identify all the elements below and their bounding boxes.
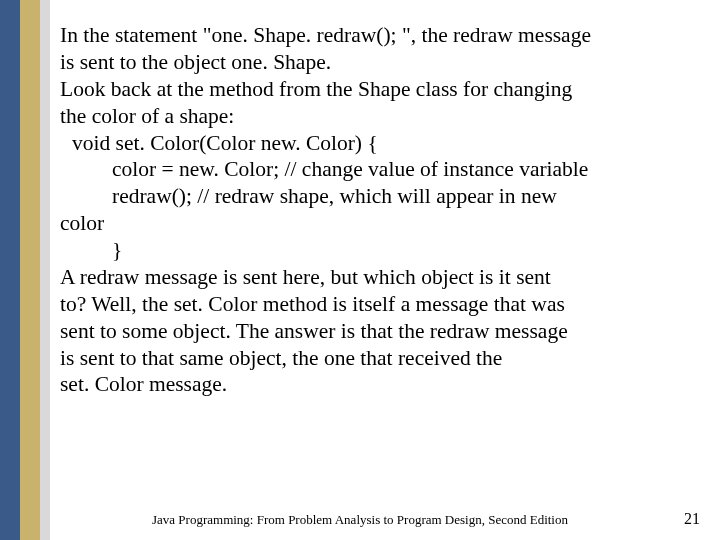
body-line: }	[60, 237, 700, 264]
body-line: is sent to that same object, the one tha…	[60, 345, 700, 372]
footer-page-number: 21	[660, 510, 700, 528]
body-line: In the statement "one. Shape. redraw(); …	[60, 22, 700, 49]
body-line: Look back at the method from the Shape c…	[60, 76, 700, 103]
body-line: A redraw message is sent here, but which…	[60, 264, 700, 291]
body-line: sent to some object. The answer is that …	[60, 318, 700, 345]
side-stripe-gold	[20, 0, 40, 540]
side-stripe-blue	[0, 0, 20, 540]
slide-footer: Java Programming: From Problem Analysis …	[60, 510, 700, 528]
body-line: color = new. Color; // change value of i…	[60, 156, 700, 183]
side-stripe-grey	[40, 0, 50, 540]
body-line: void set. Color(Color new. Color) {	[60, 130, 700, 157]
body-line: the color of a shape:	[60, 103, 700, 130]
body-line: redraw(); // redraw shape, which will ap…	[60, 183, 700, 210]
slide-body: In the statement "one. Shape. redraw(); …	[60, 22, 700, 398]
body-line: to? Well, the set. Color method is itsel…	[60, 291, 700, 318]
footer-title: Java Programming: From Problem Analysis …	[60, 512, 660, 528]
body-line: color	[60, 210, 700, 237]
body-line: is sent to the object one. Shape.	[60, 49, 700, 76]
body-line: set. Color message.	[60, 371, 700, 398]
